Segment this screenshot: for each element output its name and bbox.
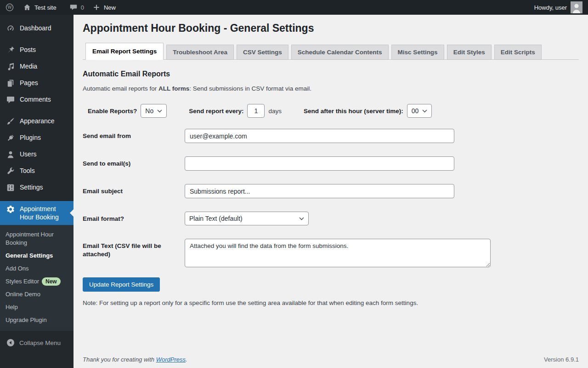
sidebar-item-media[interactable]: Media — [0, 58, 74, 75]
sidebar-item-label: Comments — [20, 95, 51, 104]
report-settings-row: Enable Reports? No Send report every: da… — [88, 104, 579, 118]
admin-menu: Dashboard Posts Media — [0, 15, 74, 225]
chevron-down-icon — [299, 217, 304, 220]
sidebar-item-label: Appearance — [20, 117, 55, 125]
sidebar-item-pages[interactable]: Pages — [0, 75, 74, 92]
send-every-input[interactable] — [247, 104, 265, 118]
send-every-label: Send report every: — [189, 108, 243, 115]
email-to-input[interactable] — [185, 156, 454, 171]
update-report-settings-button[interactable]: Update Report Settings — [83, 277, 160, 292]
sidebar-item-appearance[interactable]: Appearance — [0, 113, 74, 130]
submenu-item-help[interactable]: Help — [0, 301, 74, 314]
wordpress-logo-icon: W — [6, 3, 14, 12]
chevron-down-icon — [422, 109, 427, 113]
admin-bar-account[interactable]: Howdy, user — [534, 1, 582, 13]
media-icon — [6, 62, 15, 71]
send-hour-group: Send after this hour (server time): 00 — [304, 104, 432, 118]
sidebar-item-posts[interactable]: Posts — [0, 42, 74, 58]
tab-schedule-calendar-contents[interactable]: Schedule Calendar Contents — [291, 45, 389, 60]
enable-reports-select[interactable]: No — [141, 104, 167, 118]
email-format-select[interactable]: Plain Text (default) — [185, 212, 309, 225]
new-label: New — [104, 4, 116, 11]
sidebar-item-label: Appointment Hour Booking — [20, 205, 70, 221]
email-from-input[interactable] — [185, 129, 454, 143]
send-every-group: Send report every: days — [189, 104, 282, 118]
submenu-item-styles-editor[interactable]: Styles EditorNew — [0, 275, 74, 288]
tools-icon — [6, 167, 15, 176]
email-subject-label: Email subject — [83, 184, 185, 198]
admin-sidebar: Dashboard Posts Media — [0, 15, 74, 368]
email-from-label: Send email from — [83, 129, 185, 143]
plugin-submenu: Appointment Hour Booking General Setting… — [0, 225, 74, 331]
sidebar-item-label: Pages — [20, 79, 38, 87]
admin-bar-site-link[interactable]: Test site — [23, 3, 57, 12]
collapse-menu-button[interactable]: Collapse Menu — [0, 334, 74, 351]
sidebar-item-label: Plugins — [20, 133, 41, 142]
thanks-suffix: . — [186, 356, 187, 363]
posts-icon — [6, 46, 15, 55]
sidebar-item-label: Media — [20, 62, 37, 70]
enable-reports-label: Enable Reports? — [88, 108, 137, 115]
plus-icon — [92, 3, 101, 12]
tab-misc-settings[interactable]: Misc Settings — [391, 45, 444, 60]
enable-reports-group: Enable Reports? No — [88, 104, 167, 118]
sidebar-item-comments[interactable]: Comments — [0, 92, 74, 108]
section-title: Automatic Email Reports — [83, 70, 579, 78]
page-title: Appointment Hour Booking - General Setti… — [83, 21, 579, 35]
email-subject-row: Email subject — [83, 184, 579, 198]
wordpress-link[interactable]: WordPress — [156, 356, 186, 363]
email-text-textarea[interactable]: Attached you will find the data from the… — [185, 239, 491, 267]
comment-bubble-icon — [69, 3, 78, 12]
email-text-row: Email Text (CSV file will be attached) A… — [83, 239, 579, 267]
collapse-menu-label: Collapse Menu — [19, 339, 61, 346]
sidebar-item-users[interactable]: Users — [0, 146, 74, 163]
tab-csv-settings[interactable]: CSV Settings — [237, 45, 288, 60]
tab-edit-scripts[interactable]: Edit Scripts — [494, 45, 542, 60]
send-hour-select[interactable]: 00 — [407, 104, 432, 118]
email-subject-input[interactable] — [185, 184, 454, 198]
email-from-row: Send email from — [83, 129, 579, 143]
admin-bar-comments[interactable]: 0 — [69, 3, 84, 12]
sidebar-item-plugins[interactable]: Plugins — [0, 130, 74, 146]
gear-icon — [6, 205, 15, 214]
sidebar-item-tools[interactable]: Tools — [0, 163, 74, 179]
send-hour-value: 00 — [412, 107, 419, 115]
email-format-value: Plain Text (default) — [189, 215, 243, 222]
intro-prefix: Automatic email reports for — [83, 85, 158, 92]
email-format-row: Email format? Plain Text (default) — [83, 212, 579, 225]
sidebar-item-label: Users — [20, 150, 37, 158]
howdy-text: Howdy, user — [534, 4, 567, 11]
submenu-item-upgrade-plugin[interactable]: Upgrade Plugin — [0, 314, 74, 327]
comments-count: 0 — [81, 4, 84, 11]
settings-icon — [6, 183, 15, 192]
submenu-item-appointment-hour-booking[interactable]: Appointment Hour Booking — [0, 228, 74, 249]
settings-tabs: Email Report Settings Troubleshoot Area … — [83, 43, 579, 60]
email-to-row: Send to email(s) — [83, 156, 579, 171]
dashboard-icon — [6, 24, 15, 33]
avatar — [571, 1, 582, 13]
sidebar-item-appointment-hour-booking[interactable]: Appointment Hour Booking — [0, 201, 74, 225]
send-hour-label: Send after this hour (server time): — [304, 108, 403, 115]
intro-bold: ALL forms — [158, 85, 189, 92]
home-icon — [23, 3, 31, 12]
tab-edit-styles[interactable]: Edit Styles — [447, 45, 492, 60]
sidebar-item-label: Dashboard — [20, 24, 51, 32]
tab-troubleshoot-area[interactable]: Troubleshoot Area — [166, 45, 234, 60]
wordpress-logo-menu[interactable]: W — [6, 3, 14, 12]
submenu-item-general-settings[interactable]: General Settings — [0, 249, 74, 262]
submenu-item-online-demo[interactable]: Online Demo — [0, 288, 74, 301]
thanks-prefix: Thank you for creating with — [83, 356, 156, 363]
send-every-suffix: days — [268, 108, 282, 115]
plugins-icon — [6, 133, 15, 143]
admin-bar-new[interactable]: New — [92, 3, 116, 12]
email-format-label: Email format? — [83, 212, 185, 225]
note-text: Note: For setting up a report only for a… — [83, 299, 579, 306]
tab-email-report-settings[interactable]: Email Report Settings — [85, 43, 164, 60]
sidebar-item-dashboard[interactable]: Dashboard — [0, 20, 74, 37]
wordpress-admin-screen: W Test site 0 New Howdy, user — [0, 0, 588, 368]
submenu-item-add-ons[interactable]: Add Ons — [0, 262, 74, 275]
pages-icon — [6, 79, 15, 88]
svg-text:W: W — [7, 5, 12, 10]
enable-reports-value: No — [145, 107, 153, 115]
sidebar-item-settings[interactable]: Settings — [0, 179, 74, 196]
